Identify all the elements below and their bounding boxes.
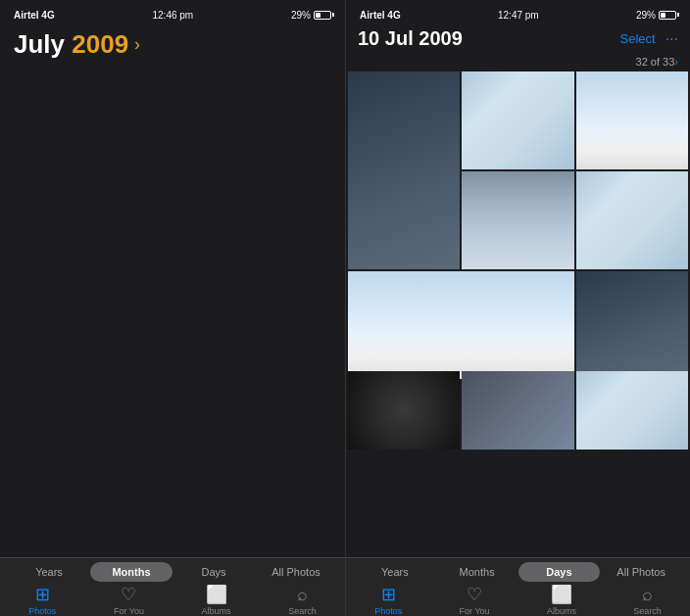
time-right: 12:47 pm — [498, 10, 539, 21]
more-button[interactable]: ··· — [665, 30, 678, 48]
right-nav-actions: Select ··· — [620, 30, 678, 48]
mosaic-cell-1[interactable] — [348, 71, 460, 269]
photos-label-left: Photos — [28, 606, 56, 616]
search-icon-left: ⌕ — [297, 585, 308, 605]
mosaic-cell-7[interactable] — [576, 271, 688, 379]
foryou-icon-right: ♡ — [467, 584, 482, 605]
bottom-tabs-left: ⊞ Photos ♡ For You ⬜ Albums ⌕ Search — [0, 582, 345, 616]
photos-icon-left: ⊞ — [35, 584, 50, 605]
nav-chevron-left[interactable]: › — [134, 34, 140, 55]
seg-months-right[interactable]: Months — [436, 562, 518, 582]
mosaic-cell-aircraft[interactable] — [462, 371, 573, 450]
tab-photos-left[interactable]: ⊞ Photos — [28, 584, 56, 616]
mosaic-cell-9[interactable] — [576, 371, 688, 450]
tab-search-left[interactable]: ⌕ Search — [288, 585, 317, 616]
tab-bar-right: Years Months Days All Photos ⊞ Photos ♡ … — [346, 557, 690, 616]
battery-status-right: 29% — [636, 10, 676, 21]
right-nav-title: 10 Jul 2009 — [358, 27, 463, 50]
carrier-left: Airtel 4G — [14, 10, 55, 21]
albums-label-left: Albums — [202, 606, 231, 616]
battery-fill-right — [661, 13, 665, 18]
seg-allphotos-left[interactable]: All Photos — [255, 562, 337, 582]
nav-header-right: 10 Jul 2009 Select ··· — [346, 25, 690, 56]
bottom-tabs-right: ⊞ Photos ♡ For You ⬜ Albums ⌕ Search — [346, 582, 690, 616]
mosaic-cell-2[interactable] — [462, 71, 573, 169]
search-label-left: Search — [288, 606, 317, 616]
right-panel: Airtel 4G 12:47 pm 29% 10 Jul 2009 Selec… — [346, 0, 690, 616]
left-panel: Airtel 4G 12:46 pm 29% July 2009 › 10 Ju… — [0, 0, 345, 616]
albums-icon-right: ⬜ — [551, 584, 572, 605]
tab-bar-left: Years Months Days All Photos ⊞ Photos ♡ … — [0, 557, 345, 616]
seg-years-left[interactable]: Years — [8, 562, 90, 582]
tab-foryou-left[interactable]: ♡ For You — [114, 584, 144, 616]
battery-pct-right: 29% — [636, 10, 656, 21]
search-icon-right: ⌕ — [642, 585, 653, 605]
mosaic-cell-4[interactable] — [462, 171, 573, 269]
status-bar-left: Airtel 4G 12:46 pm 29% — [0, 0, 345, 25]
status-bar-right: Airtel 4G 12:47 pm 29% — [346, 0, 690, 25]
photo-grid-left: 10 Jul 2009 ··· 15 Jul 2009 ··· — [0, 68, 345, 557]
year-part: 2009 — [72, 29, 128, 59]
mosaic-cell-6[interactable] — [348, 271, 574, 379]
select-button[interactable]: Select — [620, 31, 656, 46]
photo-mosaic-right — [346, 71, 690, 557]
photo-count-chevron[interactable]: › — [674, 56, 678, 68]
seg-years-right[interactable]: Years — [354, 562, 436, 582]
photo-count-text: 32 of 33 — [636, 56, 675, 68]
battery-fill-left — [316, 13, 320, 18]
mosaic-cell-watch[interactable] — [348, 371, 460, 450]
segmented-control-left: Years Months Days All Photos — [0, 558, 345, 582]
mosaic-cell-5[interactable] — [576, 171, 688, 269]
seg-days-left[interactable]: Days — [172, 562, 255, 582]
photos-icon-right: ⊞ — [381, 584, 396, 605]
nav-header-left: July 2009 › — [0, 25, 345, 68]
battery-icon-left — [314, 11, 331, 20]
battery-icon-right — [659, 11, 676, 20]
carrier-right: Airtel 4G — [360, 10, 401, 21]
seg-days-right[interactable]: Days — [518, 562, 601, 582]
segmented-control-right: Years Months Days All Photos — [346, 558, 690, 582]
tab-search-right[interactable]: ⌕ Search — [633, 585, 662, 616]
foryou-label-left: For You — [114, 606, 144, 616]
seg-allphotos-right[interactable]: All Photos — [600, 562, 682, 582]
foryou-icon-left: ♡ — [121, 584, 136, 605]
albums-icon-left: ⬜ — [206, 584, 227, 605]
battery-pct-left: 29% — [291, 10, 311, 21]
tab-albums-right[interactable]: ⬜ Albums — [547, 584, 576, 616]
battery-status-left: 29% — [291, 10, 331, 21]
tab-photos-right[interactable]: ⊞ Photos — [374, 584, 402, 616]
tab-foryou-right[interactable]: ♡ For You — [460, 584, 490, 616]
search-label-right: Search — [633, 606, 662, 616]
mosaic-cell-3[interactable] — [576, 71, 688, 169]
foryou-label-right: For You — [460, 606, 490, 616]
photo-count-bar: 32 of 33 › — [346, 56, 690, 71]
albums-label-right: Albums — [547, 606, 576, 616]
month-part: July — [14, 29, 65, 59]
photos-label-right: Photos — [374, 606, 402, 616]
time-left: 12:46 pm — [152, 10, 193, 21]
seg-months-left[interactable]: Months — [90, 562, 172, 582]
nav-title-left: July 2009 — [14, 29, 128, 60]
tab-albums-left[interactable]: ⬜ Albums — [202, 584, 231, 616]
